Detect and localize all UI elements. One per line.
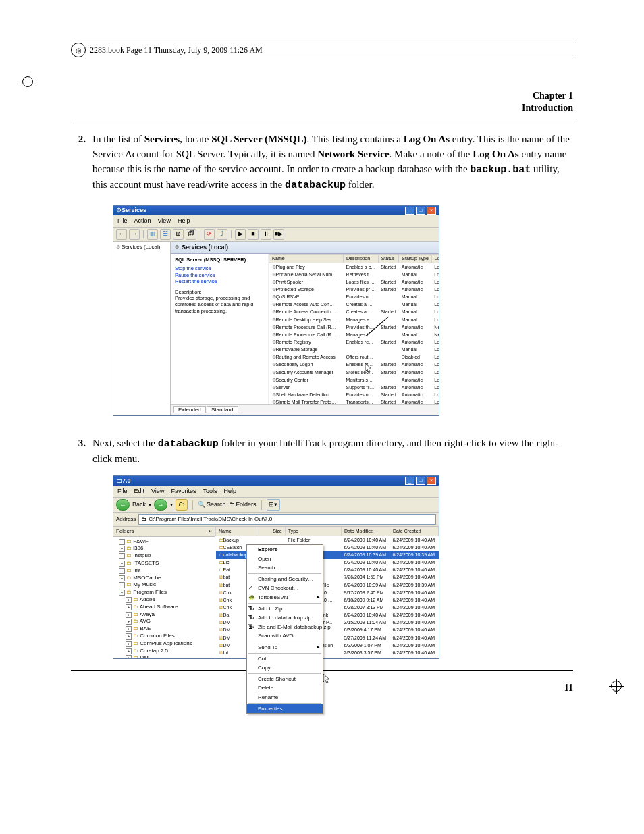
tree-item[interactable]: +🗀 Program Files (116, 589, 213, 596)
menu-item[interactable]: ✓SVN Checkout… (247, 583, 323, 593)
service-row[interactable]: ⚙Protected StorageProvides pr…StartedAut… (269, 286, 439, 294)
toolbar-icon[interactable]: 🗐 (186, 229, 196, 240)
stop-button[interactable]: ■ (248, 229, 259, 240)
minimize-button[interactable]: _ (405, 477, 414, 485)
view-button[interactable]: ⊞▾ (267, 499, 280, 511)
col-startup[interactable]: Startup Type (399, 255, 432, 263)
col-size[interactable]: Size (257, 527, 285, 536)
menu-help[interactable]: Help (178, 217, 190, 226)
toolbar-icon[interactable]: 🗎 (173, 229, 184, 240)
close-button[interactable]: × (427, 207, 436, 215)
service-row[interactable]: ⚙Print SpoolerLoads files …StartedAutoma… (269, 278, 439, 286)
tree-item[interactable]: +🗀 Coretap 2.5 (116, 648, 213, 655)
tree-item[interactable]: +🗀 Imt (116, 567, 213, 575)
menu-item[interactable]: Open (247, 554, 323, 564)
services-list[interactable]: Name Description Status Startup Type Log… (268, 254, 439, 404)
service-row[interactable]: ⚙Remote Procedure Call (R…Manages t…Manu… (269, 331, 439, 338)
tree-item[interactable]: +🗀 F&WF (116, 538, 213, 546)
menu-item[interactable]: 🗜Zip and E-Mail databackup.zip (247, 623, 323, 632)
pause-button[interactable]: ⏸ (261, 229, 271, 240)
restart-service-link[interactable]: Restart the service (175, 278, 264, 284)
service-row[interactable]: ⚙Routing and Remote AccessOffers rout…Di… (269, 354, 439, 361)
service-row[interactable]: ⚙Remote Desktop Help Ses…Manages a…Manua… (269, 316, 439, 323)
menu-item[interactable]: 🐢TortoiseSVN▸ (247, 593, 323, 602)
address-field[interactable]: 🗀 C:\Program Files\IntelliTrack\DMS\Chec… (138, 514, 436, 525)
col-status[interactable]: Status (378, 255, 399, 263)
menu-help[interactable]: Help (223, 487, 236, 496)
col-name[interactable]: Name (216, 527, 257, 536)
col-name[interactable]: Name (269, 255, 344, 263)
tree-item[interactable]: +🗀 ComPlus Applications (116, 640, 213, 648)
service-row[interactable]: ⚙Secondary LogonEnables st…StartedAutoma… (269, 361, 439, 369)
search-button[interactable]: 🔍Search (198, 500, 226, 509)
service-row[interactable]: ⚙Removable StorageManualLocal System (269, 346, 439, 354)
stop-service-link[interactable]: Stop the service (175, 265, 264, 271)
file-list[interactable]: Name Size Type Date Modified Date Create… (215, 527, 439, 658)
service-row[interactable]: ⚙QoS RSVPProvides n…ManualLocal System (269, 294, 439, 301)
context-menu[interactable]: ExploreOpenSearch…Sharing and Security…✓… (246, 544, 323, 658)
back-label[interactable]: Back (132, 500, 146, 509)
menu-tools[interactable]: Tools (203, 487, 217, 496)
refresh-button[interactable]: ⟳ (204, 229, 215, 240)
tree-item[interactable]: +🗀 ITASSETS (116, 560, 213, 567)
service-row[interactable]: ⚙Remote RegistryEnables re…StartedAutoma… (269, 339, 439, 346)
folder-tree[interactable]: +🗀 F&WF+🗀 i386+🗀 Instpub+🗀 ITASSETS+🗀 Im… (113, 537, 215, 659)
service-row[interactable]: ⚙Remote Access Connectio…Creates a …Star… (269, 309, 439, 316)
menu-item[interactable]: 🗜Add to Zip (247, 604, 323, 614)
up-button[interactable]: 🗁 (176, 499, 188, 511)
tree-item[interactable]: +🗀 My Music (116, 581, 213, 589)
maximize-button[interactable]: □ (416, 477, 425, 485)
service-row[interactable]: ⚙Simple Mail Transfer Proto…Transports…S… (269, 399, 439, 405)
service-row[interactable]: ⚙ServerSupports fil…StartedAutomaticLoca… (269, 384, 439, 391)
back-button[interactable]: ← (116, 499, 130, 511)
tree-item[interactable]: +🗀 Ahead Software (116, 604, 213, 611)
menu-item[interactable]: Send To▸ (247, 643, 323, 652)
menu-item[interactable]: Explore (247, 545, 323, 554)
tree-item[interactable]: +🗀 MSOCache (116, 575, 213, 582)
menu-file[interactable]: File (117, 487, 128, 496)
close-button[interactable]: × (427, 477, 436, 485)
service-row[interactable]: ⚙Shell Hardware DetectionProvides n…Star… (269, 392, 439, 399)
menu-favorites[interactable]: Favorites (171, 487, 196, 496)
menu-item[interactable]: 🗜Add to databackup.zip (247, 613, 323, 623)
col-logon[interactable]: Log On As (431, 255, 439, 263)
col-type[interactable]: Type (285, 527, 341, 536)
minimize-button[interactable]: _ (405, 207, 414, 215)
menu-item[interactable]: Search… (247, 563, 323, 573)
service-row[interactable]: ⚙Plug and PlayEnables a c…StartedAutomat… (269, 263, 439, 271)
titlebar[interactable]: ⚙ Services _ □ × (113, 206, 439, 215)
file-row[interactable]: 🗀BackupFile Folder6/24/2009 10:40 AM6/24… (216, 536, 439, 544)
pause-service-link[interactable]: Pause the service (175, 272, 264, 278)
menu-view[interactable]: View (158, 217, 171, 226)
toolbar-icon[interactable]: ▥ (147, 229, 158, 240)
menu-item[interactable]: Cut (247, 654, 323, 659)
service-row[interactable]: ⚙Remote Procedure Call (R…Provides th…St… (269, 323, 439, 331)
service-row[interactable]: ⚙Portable Media Serial Num…Retrieves t…M… (269, 271, 439, 278)
export-button[interactable]: ⤴ (217, 229, 227, 240)
maximize-button[interactable]: □ (416, 207, 425, 215)
menu-item[interactable]: Scan with AVG (247, 631, 323, 641)
col-created[interactable]: Date Created (390, 527, 438, 536)
tree-item[interactable]: +🗀 Dell (116, 654, 213, 658)
back-button[interactable]: ← (116, 229, 127, 240)
service-row[interactable]: ⚙Security CenterMonitors s…AutomaticLoca… (269, 376, 439, 384)
titlebar[interactable]: 🗀 7.0 _ □ × (113, 476, 439, 486)
col-description[interactable]: Description (344, 255, 379, 263)
tree-item[interactable]: +🗀 Instpub (116, 552, 213, 560)
menu-view[interactable]: View (151, 487, 164, 496)
tree-item[interactable]: +🗀 BAE (116, 625, 213, 633)
menu-action[interactable]: Action (134, 217, 151, 226)
tree-root[interactable]: Services (Local) (122, 243, 160, 251)
restart-button[interactable]: ■▶ (273, 229, 284, 240)
folders-button[interactable]: 🗀Folders (229, 500, 257, 509)
menu-edit[interactable]: Edit (134, 487, 145, 496)
tab-extended[interactable]: Extended (173, 406, 206, 413)
service-row[interactable]: ⚙Security Accounts ManagerStores sec…Sta… (269, 369, 439, 376)
tree-item[interactable]: +🗀 Avaya (116, 611, 213, 619)
tree-item[interactable]: +🗀 i386 (116, 545, 213, 552)
toolbar-icon[interactable]: ☱ (160, 229, 171, 240)
forward-button[interactable]: → (154, 499, 167, 511)
tree-item[interactable]: +🗀 AVG (116, 618, 213, 625)
menu-file[interactable]: File (117, 217, 128, 226)
close-pane-button[interactable]: × (209, 527, 212, 536)
